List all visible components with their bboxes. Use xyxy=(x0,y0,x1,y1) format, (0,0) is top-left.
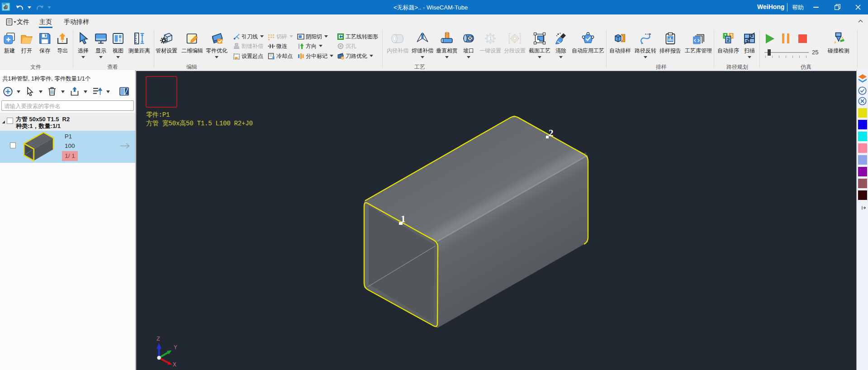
svg-text:1: 1 xyxy=(401,213,406,224)
svg-text:Z: Z xyxy=(157,336,160,342)
svg-text:X: X xyxy=(173,361,176,368)
svg-text:2: 2 xyxy=(727,37,730,43)
svg-text:Y: Y xyxy=(174,344,177,351)
svg-text:1: 1 xyxy=(489,36,492,41)
svg-text:2: 2 xyxy=(549,128,554,138)
